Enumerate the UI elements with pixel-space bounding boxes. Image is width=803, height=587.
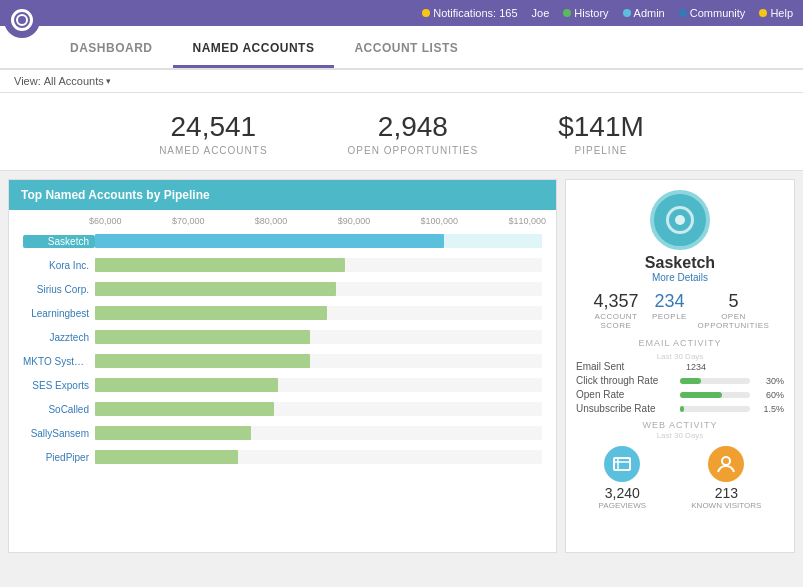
pipeline-value: $141M: [558, 111, 644, 143]
email-bar-container: [680, 406, 750, 412]
account-detail-panel: Sasketch More Details 4,357 ACCOUNT SCOR…: [565, 179, 795, 553]
chart-bar-container: [95, 354, 542, 368]
main-content: Top Named Accounts by Pipeline $60,000 $…: [0, 171, 803, 561]
chart-bar: [95, 378, 278, 392]
people-label: PEOPLE: [652, 312, 687, 321]
email-row-label: Open Rate: [576, 389, 676, 400]
chart-row[interactable]: SES Exports: [23, 374, 542, 396]
chart-bar-container: [95, 258, 542, 272]
chart-row[interactable]: Jazztech: [23, 326, 542, 348]
admin-item[interactable]: Admin: [623, 7, 665, 19]
web-activity-area: 3,240 Pageviews 213 Known Visitors: [576, 446, 784, 510]
tab-dashboard[interactable]: DASHBOARD: [50, 31, 173, 68]
circle-inner: [666, 206, 694, 234]
open-opps-value: 2,948: [348, 111, 479, 143]
chart-bar-container: [95, 426, 542, 440]
notifications-icon: [422, 9, 430, 17]
view-dropdown[interactable]: All Accounts ▾: [44, 75, 111, 87]
chart-bar-container: [95, 378, 542, 392]
email-bar: [680, 392, 722, 398]
view-caret-icon: ▾: [106, 76, 111, 86]
view-label: View:: [14, 75, 41, 87]
chart-bar: [95, 306, 327, 320]
chart-row[interactable]: Sasketch: [23, 230, 542, 252]
people-stat: 234 PEOPLE: [652, 291, 687, 330]
tab-named-accounts[interactable]: NAMED ACCOUNTS: [173, 31, 335, 68]
open-opps-stat: 5 OPEN OPPORTUNITIES: [687, 291, 780, 330]
chart-row-label: SES Exports: [23, 380, 95, 391]
admin-icon: [623, 9, 631, 17]
more-details-link[interactable]: More Details: [652, 272, 708, 283]
chart-row-label: PiedPiper: [23, 452, 95, 463]
chart-bar: [95, 354, 310, 368]
people-value: 234: [652, 291, 687, 312]
email-row-label: Email Sent: [576, 361, 676, 372]
chart-row-label: Learningbest: [23, 308, 95, 319]
chart-row[interactable]: Kora Inc.: [23, 254, 542, 276]
email-bar-container: [680, 378, 750, 384]
chart-panel: Top Named Accounts by Pipeline $60,000 $…: [8, 179, 557, 553]
stat-named-accounts: 24,541 NAMED ACCOUNTS: [159, 111, 267, 156]
axis-label-4: $90,000: [338, 216, 371, 226]
chart-row-label: MKTO Systems: [23, 356, 95, 367]
user-item[interactable]: Joe: [532, 7, 550, 19]
email-row-value: 60%: [754, 390, 784, 400]
email-row-label: Unsubscribe Rate: [576, 403, 676, 414]
history-item[interactable]: History: [563, 7, 608, 19]
chart-row-label: Kora Inc.: [23, 260, 95, 271]
open-opps-detail-value: 5: [687, 291, 780, 312]
notifications-item[interactable]: Notifications: 165: [422, 7, 517, 19]
pageviews-value: 3,240: [599, 485, 646, 501]
chart-bar-container: [95, 450, 542, 464]
chart-bar-container: [95, 282, 542, 296]
email-bar-container: [680, 392, 750, 398]
chart-row[interactable]: SoCalled: [23, 398, 542, 420]
tab-account-lists[interactable]: ACCOUNT LISTS: [334, 31, 478, 68]
chart-row[interactable]: Learningbest: [23, 302, 542, 324]
visitors-stat: 213 Known Visitors: [691, 446, 761, 510]
chart-row[interactable]: Sirius Corp.: [23, 278, 542, 300]
pipeline-label: PIPELINE: [558, 145, 644, 156]
chart-row[interactable]: SallySansem: [23, 422, 542, 444]
chart-row[interactable]: PiedPiper: [23, 446, 542, 468]
email-bar: [680, 378, 701, 384]
community-icon: [679, 9, 687, 17]
help-item[interactable]: Help: [759, 7, 793, 19]
chart-row[interactable]: MKTO Systems: [23, 350, 542, 372]
named-accounts-label: NAMED ACCOUNTS: [159, 145, 267, 156]
community-item[interactable]: Community: [679, 7, 746, 19]
chart-bar: [95, 450, 238, 464]
email-row-value: 1234: [676, 362, 706, 372]
view-row: View: All Accounts ▾: [0, 70, 803, 93]
chart-title: Top Named Accounts by Pipeline: [9, 180, 556, 210]
stat-pipeline: $141M PIPELINE: [558, 111, 644, 156]
chart-bar-container: [95, 234, 542, 248]
account-score-value: 4,357: [580, 291, 652, 312]
chart-bar: [95, 330, 310, 344]
chart-row-label: Jazztech: [23, 332, 95, 343]
chart-bar: [95, 234, 444, 248]
email-bar: [680, 406, 684, 412]
web-activity-title: WEB ACTIVITY: [576, 420, 784, 430]
chart-bar: [95, 402, 274, 416]
app-logo[interactable]: [4, 2, 40, 38]
chart-row-label: SoCalled: [23, 404, 95, 415]
help-icon: [759, 9, 767, 17]
account-stats: 4,357 ACCOUNT SCORE 234 PEOPLE 5 OPEN OP…: [576, 291, 784, 330]
chart-axis: $60,000 $70,000 $80,000 $90,000 $100,000…: [19, 216, 546, 230]
email-activity-row: Email Sent1234: [576, 361, 784, 372]
email-row-value: 30%: [754, 376, 784, 386]
account-circle-area: Sasketch More Details: [576, 190, 784, 283]
pageviews-icon: [604, 446, 640, 482]
email-activity-title: EMAIL ACTIVITY: [576, 338, 784, 348]
axis-label-5: $100,000: [421, 216, 459, 226]
visitors-label: Known Visitors: [691, 501, 761, 510]
visitors-value: 213: [691, 485, 761, 501]
history-icon: [563, 9, 571, 17]
account-score-label: ACCOUNT SCORE: [580, 312, 652, 330]
axis-label-2: $70,000: [172, 216, 205, 226]
chart-bar: [95, 282, 336, 296]
named-accounts-value: 24,541: [159, 111, 267, 143]
email-activity-row: Click through Rate30%: [576, 375, 784, 386]
pageviews-stat: 3,240 Pageviews: [599, 446, 646, 510]
